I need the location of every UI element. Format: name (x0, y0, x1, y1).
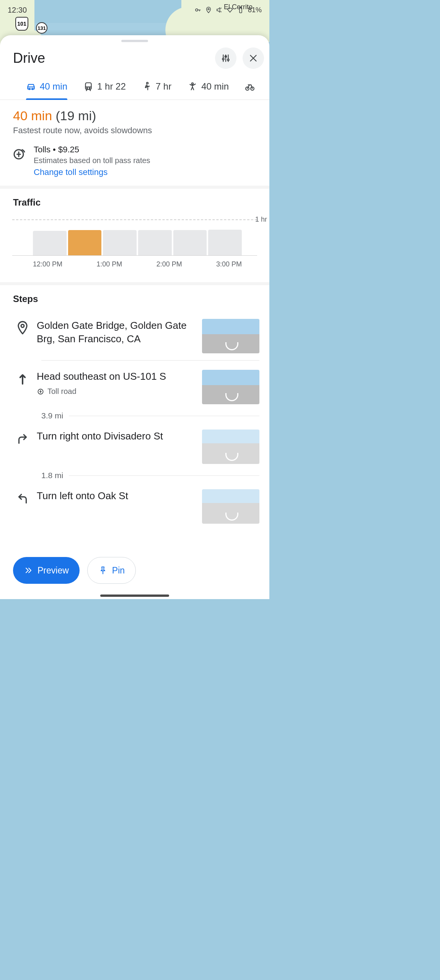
step-instruction: Head southeast on US-101 S (37, 370, 195, 383)
tab-walk-label: 7 hr (156, 81, 171, 92)
traffic-xtick: 2:00 PM (156, 260, 182, 268)
streetview-thumbnail[interactable] (202, 370, 259, 404)
tolls-amount: Tolls • $9.25 (34, 145, 150, 155)
rideshare-icon (187, 82, 197, 91)
traffic-bar[interactable] (208, 230, 242, 255)
traffic-title: Traffic (0, 189, 269, 213)
mute-icon (216, 7, 223, 13)
traffic-bar[interactable] (33, 231, 67, 255)
step-instruction: Turn left onto Oak St (37, 489, 195, 503)
action-bar: Preview Pin (0, 557, 269, 584)
straight-icon (15, 371, 30, 386)
step-instruction: Golden Gate Bridge, Golden Gate Brg, San… (37, 319, 195, 346)
svg-point-4 (222, 58, 224, 60)
step-item[interactable]: Golden Gate Bridge, Golden Gate Brg, San… (0, 310, 269, 353)
traffic-xtick: 1:00 PM (96, 260, 122, 268)
step-divider (0, 353, 269, 361)
step-divider: 3.9 mi (0, 404, 269, 420)
route-time: 40 min (13, 108, 52, 123)
tab-drive[interactable]: 40 min (19, 77, 74, 100)
route-summary: 40 min (19 mi) Fastest route now, avoids… (0, 100, 269, 142)
change-toll-settings-link[interactable]: Change toll settings (34, 167, 150, 177)
wifi-icon (227, 7, 233, 13)
pin-button-label: Pin (112, 565, 125, 576)
traffic-bar[interactable] (103, 230, 137, 255)
svg-rect-2 (240, 8, 242, 13)
pin-button[interactable]: Pin (87, 557, 136, 584)
step-distance: 3.9 mi (41, 411, 64, 420)
battery-percent: 81% (248, 6, 262, 14)
step-divider: 1.8 mi (0, 464, 269, 480)
bike-icon (245, 82, 255, 91)
travel-mode-tabs: 40 min 1 hr 22 7 hr 40 min (0, 73, 269, 100)
svg-point-6 (227, 59, 229, 60)
traffic-xtick: 12:00 PM (33, 260, 62, 268)
preview-button[interactable]: Preview (13, 557, 80, 584)
tolls-note: Estimates based on toll pass rates (34, 156, 150, 165)
close-button[interactable] (243, 47, 264, 69)
route-distance: (19 mi) (56, 108, 96, 123)
step-item[interactable]: Head southeast on US-101 SToll road (0, 361, 269, 404)
walk-icon (142, 82, 152, 91)
gesture-bar[interactable] (100, 595, 169, 597)
traffic-ref-label: 1 hr (255, 216, 267, 224)
sheet-title: Drive (13, 50, 209, 66)
svg-point-12 (147, 82, 148, 84)
close-icon (248, 53, 258, 63)
tab-transit-label: 1 hr 22 (97, 81, 126, 92)
svg-point-17 (21, 324, 24, 327)
step-distance: 1.8 mi (41, 471, 64, 480)
tab-bike[interactable] (238, 78, 257, 99)
traffic-chart[interactable]: 1 hr 12:00 PM1:00 PM2:00 PM3:00 PM (12, 213, 257, 274)
tab-rideshare-label: 40 min (201, 81, 229, 92)
svg-point-1 (208, 8, 209, 10)
sliders-icon (221, 53, 231, 63)
streetview-thumbnail[interactable] (202, 489, 259, 524)
pushpin-icon (98, 566, 108, 575)
traffic-ref-line (12, 219, 257, 220)
pin-icon (15, 320, 30, 335)
status-time: 12:30 (8, 6, 27, 15)
steps-title: Steps (0, 285, 269, 310)
toll-icon (13, 146, 27, 160)
transit-icon (83, 82, 93, 91)
highway-shield-131: 131 (36, 22, 47, 34)
tab-rideshare[interactable]: 40 min (181, 77, 236, 100)
tab-walk[interactable]: 7 hr (135, 77, 178, 100)
traffic-bar[interactable] (173, 230, 207, 255)
turn-left-icon (15, 491, 30, 505)
step-sublabel: Toll road (37, 387, 195, 396)
tolls-row: Tolls • $9.25 Estimates based on toll pa… (0, 142, 269, 189)
svg-point-10 (87, 88, 88, 88)
turn-right-icon (15, 431, 30, 446)
tab-drive-label: 40 min (40, 81, 67, 92)
preview-button-label: Preview (37, 565, 69, 576)
tab-transit[interactable]: 1 hr 22 (77, 77, 133, 100)
step-instruction: Turn right onto Divisadero St (37, 430, 195, 443)
status-bar: 12:30 81% (0, 0, 269, 20)
car-icon (26, 82, 36, 91)
streetview-thumbnail[interactable] (202, 319, 259, 353)
sheet-scroll[interactable]: 40 min (19 mi) Fastest route now, avoids… (0, 100, 269, 599)
streetview-thumbnail[interactable] (202, 430, 259, 464)
chevrons-right-icon (24, 566, 33, 575)
battery-icon (237, 7, 244, 13)
svg-point-0 (196, 9, 198, 11)
route-description: Fastest route now, avoids slowdowns (13, 126, 256, 136)
traffic-chart-container: 1 hr 12:00 PM1:00 PM2:00 PM3:00 PM (0, 213, 269, 285)
traffic-baseline (12, 255, 257, 256)
route-options-button[interactable] (215, 47, 236, 69)
directions-sheet: Drive 40 min 1 hr 22 7 hr (0, 35, 269, 599)
location-icon (205, 7, 212, 13)
traffic-bar[interactable] (138, 230, 172, 255)
traffic-xtick: 3:00 PM (216, 260, 242, 268)
svg-point-11 (89, 88, 90, 88)
vpn-key-icon (194, 7, 201, 13)
steps-list: Golden Gate Bridge, Golden Gate Brg, San… (0, 310, 269, 585)
step-item[interactable]: Turn right onto Divisadero St (0, 420, 269, 464)
traffic-bar[interactable] (68, 230, 102, 255)
step-item[interactable]: Turn left onto Oak St (0, 480, 269, 524)
